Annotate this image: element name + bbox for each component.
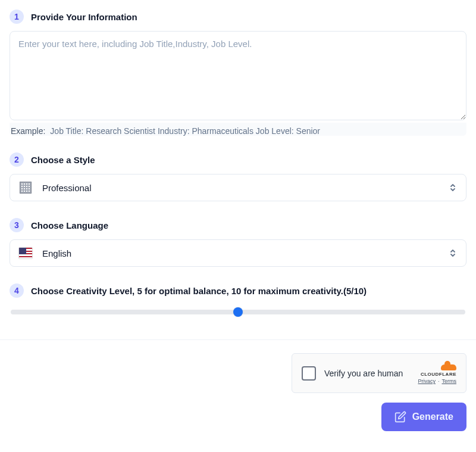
information-textarea[interactable]	[10, 31, 466, 120]
step-badge-2: 2	[10, 152, 24, 167]
cloudflare-wordmark: CLOUDFLARE	[421, 372, 456, 377]
creativity-slider-wrap	[10, 310, 466, 314]
slider-thumb[interactable]	[233, 307, 243, 317]
example-text: Job Title: Research Scientist Industry: …	[50, 126, 320, 136]
example-row: Example: Job Title: Research Scientist I…	[10, 123, 466, 136]
captcha-terms-link[interactable]: Terms	[442, 378, 457, 384]
step-badge-4: 4	[10, 283, 24, 298]
step-2-title: Choose a Style	[31, 155, 95, 165]
language-selected-label: English	[42, 248, 439, 258]
step-2-header: 2 Choose a Style	[10, 152, 466, 167]
captcha-privacy-link[interactable]: Privacy	[418, 378, 436, 384]
step-1: 1 Provide Your Information Example: Job …	[10, 10, 466, 136]
chevron-up-down-icon	[448, 182, 458, 194]
building-icon	[18, 182, 33, 193]
step-4-header: 4 Choose Creativity Level, 5 for optimal…	[10, 283, 466, 298]
example-label: Example:	[11, 126, 45, 136]
step-3-title: Choose Language	[31, 220, 108, 230]
step-4-title: Choose Creativity Level, 5 for optimal b…	[31, 286, 367, 296]
step-3-header: 3 Choose Language	[10, 218, 466, 232]
step-3: 3 Choose Language English	[10, 218, 466, 267]
generate-button[interactable]: Generate	[381, 403, 466, 431]
captcha-widget: Verify you are human CLOUDFLARE Privacy …	[292, 353, 466, 393]
style-selected-label: Professional	[42, 183, 439, 193]
step-1-header: 1 Provide Your Information	[10, 10, 466, 24]
language-select[interactable]: English	[10, 239, 466, 267]
creativity-slider[interactable]	[11, 310, 465, 314]
footer: Verify you are human CLOUDFLARE Privacy …	[0, 340, 476, 431]
dot-separator: ·	[438, 378, 440, 384]
step-2: 2 Choose a Style Professional	[10, 152, 466, 201]
captcha-label: Verify you are human	[324, 369, 409, 378]
generate-button-label: Generate	[412, 412, 453, 422]
style-select[interactable]: Professional	[10, 174, 466, 201]
captcha-brand: CLOUDFLARE Privacy · Terms	[418, 362, 456, 384]
captcha-checkbox[interactable]	[302, 366, 316, 381]
cloudflare-logo-icon	[441, 362, 456, 370]
step-1-title: Provide Your Information	[31, 12, 137, 22]
flag-us-icon	[18, 248, 33, 258]
form-container: 1 Provide Your Information Example: Job …	[0, 0, 476, 330]
step-badge-1: 1	[10, 10, 24, 24]
chevron-up-down-icon	[448, 247, 458, 259]
edit-icon	[394, 411, 406, 423]
captcha-links: Privacy · Terms	[418, 378, 456, 384]
step-badge-3: 3	[10, 218, 24, 232]
step-4: 4 Choose Creativity Level, 5 for optimal…	[10, 283, 466, 314]
